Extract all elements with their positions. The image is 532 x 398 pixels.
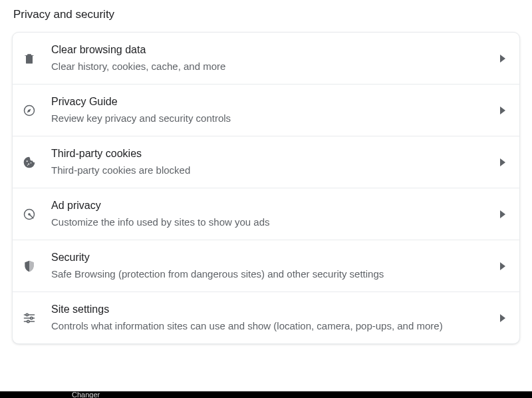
row-clear-browsing-data[interactable]: Clear browsing data Clear history, cooki… bbox=[13, 33, 519, 85]
shield-icon bbox=[22, 259, 37, 274]
row-third-party-cookies[interactable]: Third-party cookies Third-party cookies … bbox=[13, 136, 519, 188]
svg-point-1 bbox=[27, 160, 28, 162]
svg-point-6 bbox=[28, 213, 31, 216]
row-title: Ad privacy bbox=[51, 199, 489, 213]
row-title: Site settings bbox=[51, 303, 489, 317]
row-text: Site settings Controls what information … bbox=[51, 303, 498, 333]
privacy-settings-list: Clear browsing data Clear history, cooki… bbox=[12, 32, 520, 344]
row-text: Ad privacy Customize the info used by si… bbox=[51, 199, 498, 229]
svg-point-3 bbox=[31, 162, 32, 164]
row-subtitle: Safe Browsing (protection from dangerous… bbox=[51, 268, 489, 281]
chevron-right-icon bbox=[498, 106, 507, 115]
svg-point-8 bbox=[31, 317, 33, 319]
chevron-right-icon bbox=[498, 54, 507, 63]
row-subtitle: Clear history, cookies, cache, and more bbox=[51, 60, 489, 73]
row-text: Third-party cookies Third-party cookies … bbox=[51, 147, 498, 177]
row-privacy-guide[interactable]: Privacy Guide Review key privacy and sec… bbox=[13, 85, 519, 136]
chevron-right-icon bbox=[498, 313, 507, 323]
svg-point-7 bbox=[26, 313, 28, 315]
row-security[interactable]: Security Safe Browsing (protection from … bbox=[13, 240, 519, 292]
ad-privacy-icon bbox=[22, 207, 37, 222]
row-title: Privacy Guide bbox=[51, 95, 489, 109]
cookie-icon bbox=[22, 155, 37, 170]
row-title: Third-party cookies bbox=[51, 147, 489, 161]
page-title: Privacy and security bbox=[0, 0, 532, 32]
trash-icon bbox=[22, 51, 37, 66]
row-title: Clear browsing data bbox=[51, 43, 489, 57]
row-title: Security bbox=[51, 251, 489, 265]
row-text: Security Safe Browsing (protection from … bbox=[51, 251, 498, 281]
tune-icon bbox=[22, 311, 37, 325]
row-text: Clear browsing data Clear history, cooki… bbox=[51, 43, 498, 73]
row-text: Privacy Guide Review key privacy and sec… bbox=[51, 95, 498, 125]
row-subtitle: Customize the info used by sites to show… bbox=[51, 216, 489, 229]
chevron-right-icon bbox=[498, 210, 507, 219]
taskbar-label: Changer bbox=[72, 391, 100, 398]
svg-point-4 bbox=[27, 164, 28, 165]
row-subtitle: Controls what information sites can use … bbox=[51, 319, 489, 333]
row-subtitle: Review key privacy and security controls bbox=[51, 112, 489, 125]
svg-point-9 bbox=[27, 320, 29, 322]
row-ad-privacy[interactable]: Ad privacy Customize the info used by si… bbox=[13, 188, 519, 240]
chevron-right-icon bbox=[498, 262, 507, 271]
svg-point-2 bbox=[28, 163, 29, 164]
row-subtitle: Third-party cookies are blocked bbox=[51, 164, 489, 177]
row-site-settings[interactable]: Site settings Controls what information … bbox=[13, 292, 519, 343]
compass-icon bbox=[22, 103, 37, 118]
chevron-right-icon bbox=[498, 158, 507, 167]
